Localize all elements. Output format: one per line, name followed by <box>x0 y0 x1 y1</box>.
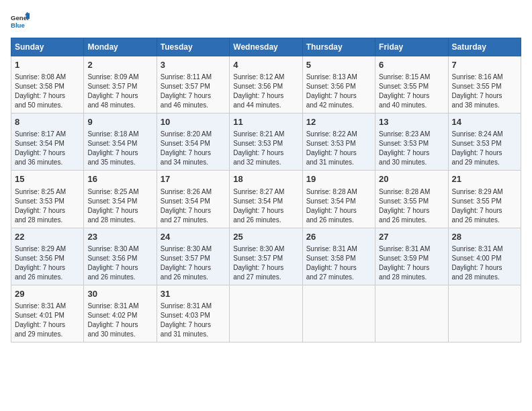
calendar-cell: 31Sunrise: 8:31 AMSunset: 4:03 PMDayligh… <box>157 285 229 342</box>
calendar-cell: 4Sunrise: 8:12 AMSunset: 3:56 PMDaylight… <box>230 56 302 113</box>
cell-line: Sunrise: 8:30 AM <box>87 244 152 254</box>
cell-line: Daylight: 7 hours <box>452 206 517 216</box>
cell-line: Daylight: 7 hours <box>87 320 152 330</box>
calendar-cell: 10Sunrise: 8:20 AMSunset: 3:54 PMDayligh… <box>157 113 229 171</box>
cell-line: and 26 minutes. <box>161 273 226 282</box>
cell-line: Sunrise: 8:25 AM <box>87 187 152 197</box>
cell-line: and 34 minutes. <box>161 158 226 167</box>
day-number: 7 <box>452 59 517 71</box>
cell-line: and 30 minutes. <box>87 330 152 339</box>
calendar-cell: 9Sunrise: 8:18 AMSunset: 3:54 PMDaylight… <box>84 113 157 171</box>
weekday-header-tuesday: Tuesday <box>157 38 229 56</box>
cell-line: Daylight: 7 hours <box>87 148 152 158</box>
calendar-cell: 20Sunrise: 8:28 AMSunset: 3:55 PMDayligh… <box>375 171 448 228</box>
cell-line: Daylight: 7 hours <box>452 91 517 101</box>
cell-line: Sunset: 4:03 PM <box>161 311 226 320</box>
calendar-cell: 23Sunrise: 8:30 AMSunset: 3:56 PMDayligh… <box>84 228 157 285</box>
calendar-cell: 6Sunrise: 8:15 AMSunset: 3:55 PMDaylight… <box>375 56 448 113</box>
calendar-cell: 16Sunrise: 8:25 AMSunset: 3:54 PMDayligh… <box>84 171 157 228</box>
day-number: 26 <box>306 231 371 243</box>
cell-line: Sunrise: 8:31 AM <box>452 244 517 254</box>
day-number: 8 <box>15 116 80 128</box>
cell-line: Daylight: 7 hours <box>233 148 298 158</box>
calendar-cell: 22Sunrise: 8:29 AMSunset: 3:56 PMDayligh… <box>11 228 84 285</box>
day-number: 13 <box>379 116 444 128</box>
day-number: 15 <box>15 173 80 185</box>
day-number: 1 <box>15 59 80 71</box>
cell-line: Sunset: 3:54 PM <box>161 139 226 148</box>
cell-line: and 26 minutes. <box>379 216 444 225</box>
cell-line: Daylight: 7 hours <box>379 263 444 273</box>
cell-line: Sunrise: 8:17 AM <box>15 130 80 139</box>
cell-line: Sunrise: 8:25 AM <box>15 187 80 197</box>
cell-line: Sunrise: 8:29 AM <box>15 244 80 254</box>
day-number: 25 <box>233 231 298 243</box>
day-number: 24 <box>161 231 226 243</box>
cell-line: and 32 minutes. <box>233 158 298 167</box>
cell-line: and 42 minutes. <box>306 101 371 110</box>
cell-line: and 38 minutes. <box>452 101 517 110</box>
cell-line: Sunrise: 8:31 AM <box>87 302 152 311</box>
cell-line: and 29 minutes. <box>452 158 517 167</box>
cell-line: Daylight: 7 hours <box>15 91 80 101</box>
cell-line: Sunset: 3:55 PM <box>452 82 517 91</box>
day-number: 29 <box>15 288 80 300</box>
cell-line: Daylight: 7 hours <box>379 148 444 158</box>
cell-line: Sunset: 3:54 PM <box>87 197 152 206</box>
cell-line: Daylight: 7 hours <box>87 206 152 216</box>
cell-line: and 48 minutes. <box>87 101 152 110</box>
cell-line: Sunrise: 8:12 AM <box>233 73 298 82</box>
cell-line: Daylight: 7 hours <box>87 263 152 273</box>
day-number: 20 <box>379 173 444 185</box>
day-number: 21 <box>452 173 517 185</box>
calendar-cell: 29Sunrise: 8:31 AMSunset: 4:01 PMDayligh… <box>11 285 84 342</box>
cell-line: Daylight: 7 hours <box>87 91 152 101</box>
cell-line: Sunrise: 8:30 AM <box>161 244 226 254</box>
cell-line: Sunrise: 8:30 AM <box>233 244 298 254</box>
cell-line: Daylight: 7 hours <box>161 148 226 158</box>
cell-line: Sunrise: 8:16 AM <box>452 73 517 82</box>
day-number: 31 <box>161 288 226 300</box>
cell-line: Daylight: 7 hours <box>452 148 517 158</box>
day-number: 27 <box>379 231 444 243</box>
cell-line: Daylight: 7 hours <box>161 91 226 101</box>
logo: General Blue <box>11 11 32 30</box>
calendar-cell: 2Sunrise: 8:09 AMSunset: 3:57 PMDaylight… <box>84 56 157 113</box>
cell-line: Sunrise: 8:29 AM <box>452 187 517 197</box>
cell-line: Daylight: 7 hours <box>15 206 80 216</box>
cell-line: Sunset: 3:54 PM <box>233 197 298 206</box>
day-number: 14 <box>452 116 517 128</box>
cell-line: Sunset: 3:54 PM <box>306 197 371 206</box>
svg-text:Blue: Blue <box>11 21 25 29</box>
cell-line: and 40 minutes. <box>379 101 444 110</box>
cell-line: and 26 minutes. <box>15 273 80 282</box>
day-number: 5 <box>306 59 371 71</box>
calendar-cell: 28Sunrise: 8:31 AMSunset: 4:00 PMDayligh… <box>448 228 521 285</box>
cell-line: Sunrise: 8:09 AM <box>87 73 152 82</box>
cell-line: Sunset: 3:53 PM <box>379 139 444 148</box>
cell-line: Sunset: 4:02 PM <box>87 311 152 320</box>
cell-line: and 26 minutes. <box>306 216 371 225</box>
cell-line: Daylight: 7 hours <box>306 148 371 158</box>
weekday-header-monday: Monday <box>84 38 157 56</box>
cell-line: Sunrise: 8:20 AM <box>161 130 226 139</box>
cell-line: and 31 minutes. <box>306 158 371 167</box>
day-number: 30 <box>87 288 152 300</box>
cell-line: and 26 minutes. <box>87 273 152 282</box>
cell-line: Sunset: 3:55 PM <box>379 197 444 206</box>
weekday-header-wednesday: Wednesday <box>230 38 302 56</box>
weekday-header-saturday: Saturday <box>448 38 521 56</box>
cell-line: Sunrise: 8:15 AM <box>379 73 444 82</box>
cell-line: Sunset: 3:54 PM <box>161 197 226 206</box>
cell-line: Sunrise: 8:28 AM <box>306 187 371 197</box>
logo-icon: General Blue <box>11 11 30 30</box>
cell-line: Sunset: 3:58 PM <box>306 254 371 263</box>
calendar-cell: 1Sunrise: 8:08 AMSunset: 3:58 PMDaylight… <box>11 56 84 113</box>
cell-line: Sunrise: 8:27 AM <box>233 187 298 197</box>
cell-line: Sunset: 3:53 PM <box>452 139 517 148</box>
calendar-cell: 7Sunrise: 8:16 AMSunset: 3:55 PMDaylight… <box>448 56 521 113</box>
cell-line: Daylight: 7 hours <box>161 263 226 273</box>
calendar-cell: 25Sunrise: 8:30 AMSunset: 3:57 PMDayligh… <box>230 228 302 285</box>
calendar-cell <box>448 285 521 342</box>
cell-line: Sunrise: 8:26 AM <box>161 187 226 197</box>
